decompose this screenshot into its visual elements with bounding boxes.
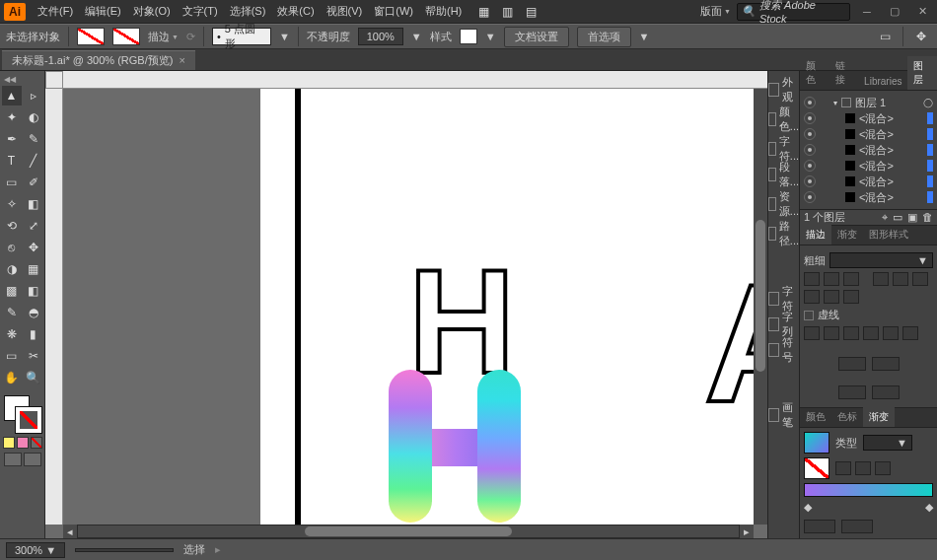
window-close-icon[interactable]: ✕ [911,4,933,20]
grad-stroke2-icon[interactable] [855,461,871,475]
stroke-label[interactable]: 描边▼ [148,30,179,44]
opacity-field[interactable]: 100% [358,28,403,45]
grad-opacity-field[interactable] [804,520,835,533]
cap-proj-icon[interactable] [843,272,859,286]
selection-tool[interactable]: ▲ [2,86,22,105]
pen-tool[interactable]: ✒ [2,129,22,149]
brush-def-field[interactable]: • 5 点圆形 [212,28,271,45]
gradient-none-swatch[interactable] [804,457,829,479]
perspective-tool[interactable]: ▦ [24,259,43,279]
scroll-h-thumb[interactable] [305,526,512,536]
gradient-mode-icon[interactable] [17,437,29,449]
mesh-tool[interactable]: ▩ [2,281,22,301]
screen-mode2-icon[interactable] [24,453,41,466]
gradient-letter-H[interactable] [389,370,527,525]
gpu-icon[interactable]: ▤ [521,2,541,22]
scale-start-field[interactable] [838,385,866,399]
menu-help[interactable]: 帮助(H) [419,1,468,22]
arrow-end-field[interactable] [872,357,900,371]
stroke-color[interactable] [16,407,41,433]
align-out-icon[interactable] [843,290,859,304]
dash2-field[interactable] [843,326,859,340]
menu-type[interactable]: 文字(T) [177,1,224,22]
arrow-start-field[interactable] [838,357,866,371]
search-input[interactable]: 🔍 搜索 Adobe Stock [737,3,850,21]
tab-color[interactable]: 颜色 [800,56,829,90]
join-miter-icon[interactable] [873,272,889,286]
line-tool[interactable]: ╱ [24,151,43,171]
type-tool[interactable]: T [2,151,22,171]
new-layer-icon[interactable]: ▣ [907,211,917,224]
dock-align[interactable]: 字列 [768,312,799,337]
collapse-tools-icon[interactable]: ◀◀ [4,75,16,84]
artboard-tool[interactable]: ▭ [2,346,22,366]
ruler-vertical[interactable] [45,89,63,525]
eraser-tool[interactable]: ◧ [24,194,43,214]
doc-tab[interactable]: 未标题-1.ai* @ 300% (RGB/预览) × [2,50,195,70]
rect-tool[interactable]: ▭ [2,173,22,192]
arrange-icon[interactable]: ▥ [497,2,517,22]
gap-field[interactable] [824,326,839,340]
window-minimize-icon[interactable]: ─ [856,4,878,20]
menu-window[interactable]: 窗口(W) [368,1,419,22]
gap2-field[interactable] [863,326,879,340]
dash3-field[interactable] [883,326,899,340]
eye-icon[interactable] [804,112,816,124]
magic-wand-tool[interactable]: ✦ [2,107,22,127]
layer-item[interactable]: <混合> [804,126,933,142]
style-swatch[interactable] [460,29,477,44]
none-mode-icon[interactable] [31,437,42,449]
dock-char[interactable]: 字符... [768,136,799,162]
eye-icon[interactable] [804,144,816,156]
tab-gradient[interactable]: 渐变 [863,407,895,427]
dashed-checkbox[interactable] [804,311,814,320]
prefs-button[interactable]: 首选项 [577,27,631,47]
close-tab-icon[interactable]: × [179,54,184,66]
grad-stroke3-icon[interactable] [875,461,891,475]
stroke-weight-field[interactable]: ▼ [829,252,933,268]
window-maximize-icon[interactable]: ▢ [884,4,905,20]
delete-layer-icon[interactable]: 🗑 [922,211,933,224]
graph-tool[interactable]: ▮ [24,324,43,344]
workspace-switcher[interactable]: 版面▼ [700,4,731,19]
stroke-swatch[interactable] [112,28,140,45]
dash-field[interactable] [804,326,820,340]
scrollbar-vertical[interactable] [754,89,767,525]
zoom-field[interactable]: 300% ▼ [6,542,65,558]
eye-icon[interactable] [804,191,816,203]
dock-path[interactable]: 路径... [768,221,799,246]
shape-builder-tool[interactable]: ◑ [2,259,22,279]
tab-styles[interactable]: 图形样式 [863,225,914,245]
gradient-slider[interactable] [804,483,933,497]
gradient-tool[interactable]: ◧ [24,281,43,301]
gradient-swatch[interactable] [804,432,829,454]
transform-icon[interactable]: ✥ [911,27,931,46]
scroll-v-thumb[interactable] [756,220,765,373]
outline-letter-A[interactable]: A [704,246,754,440]
layer-item[interactable]: <混合> [804,142,933,158]
curvature-tool[interactable]: ✎ [24,129,43,149]
eye-icon[interactable] [804,128,816,140]
free-transform-tool[interactable]: ✥ [24,238,43,257]
menu-file[interactable]: 文件(F) [32,1,79,22]
rotate-tool[interactable]: ⟲ [2,216,22,236]
scale-end-field[interactable] [872,385,900,399]
dock-para[interactable]: 段落... [768,162,799,187]
fill-swatch[interactable] [77,28,105,45]
hand-tool[interactable]: ✋ [2,368,22,387]
eye-icon[interactable] [804,160,816,172]
scrollbar-horizontal[interactable]: ◂ ▸ [63,525,754,538]
grad-location-field[interactable] [841,520,873,533]
align-in-icon[interactable] [804,290,820,304]
locate-layer-icon[interactable]: ⌖ [882,211,888,224]
dock-char2[interactable]: 字符 [768,286,799,312]
tab-swatch[interactable]: 色标 [831,407,863,427]
tab-libraries[interactable]: Libraries [858,73,907,90]
eye-icon[interactable] [804,175,816,187]
bridge-icon[interactable]: ▦ [473,2,493,22]
menu-object[interactable]: 对象(O) [127,1,177,22]
artboard-nav[interactable] [75,548,174,552]
new-sublayer-icon[interactable]: ▭ [893,211,902,224]
screen-mode-icon[interactable] [4,453,22,466]
doc-setup-button[interactable]: 文档设置 [504,27,569,47]
